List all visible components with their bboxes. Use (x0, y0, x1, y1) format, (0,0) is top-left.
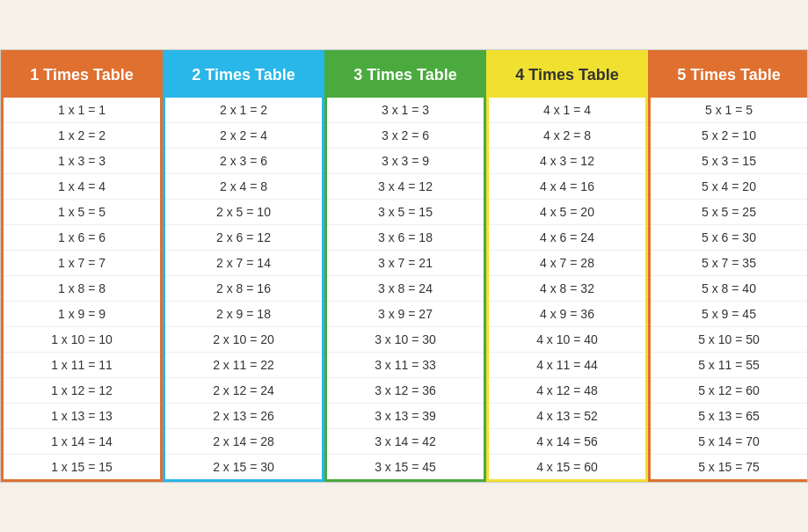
table-row: 5 x 1 = 5 (651, 98, 807, 123)
table-row: 5 x 5 = 25 (651, 200, 807, 225)
table-row: 4 x 4 = 16 (489, 174, 645, 200)
times-table-container: 1 Times Table1 x 1 = 11 x 2 = 21 x 3 = 3… (0, 49, 808, 483)
table-row: 3 x 7 = 21 (327, 251, 484, 276)
table-row: 3 x 14 = 42 (327, 429, 484, 455)
table-row: 3 x 6 = 18 (327, 225, 484, 251)
table-row: 2 x 5 = 10 (165, 200, 322, 225)
table-row: 3 x 5 = 15 (327, 200, 484, 225)
table-row: 3 x 13 = 39 (327, 404, 484, 429)
table-row: 4 x 2 = 8 (489, 123, 645, 149)
table-row: 3 x 4 = 12 (327, 174, 484, 200)
table-row: 5 x 10 = 50 (651, 327, 807, 353)
table-row: 2 x 8 = 16 (165, 276, 322, 302)
table-row: 4 x 12 = 48 (489, 378, 645, 404)
table-row: 5 x 14 = 70 (651, 429, 807, 455)
table-row: 3 x 9 = 27 (327, 302, 484, 327)
table-row: 1 x 4 = 4 (4, 174, 160, 200)
column-3-header: 3 Times Table (327, 53, 484, 98)
table-row: 5 x 2 = 10 (651, 123, 807, 149)
table-row: 1 x 14 = 14 (4, 429, 160, 455)
table-row: 1 x 15 = 15 (4, 455, 160, 479)
table-row: 5 x 12 = 60 (651, 378, 807, 404)
column-1: 1 Times Table1 x 1 = 11 x 2 = 21 x 3 = 3… (1, 50, 163, 482)
column-4-header: 4 Times Table (489, 53, 645, 98)
table-row: 5 x 6 = 30 (651, 225, 807, 251)
table-row: 2 x 3 = 6 (165, 149, 322, 174)
column-5-body: 5 x 1 = 55 x 2 = 105 x 3 = 155 x 4 = 205… (651, 98, 807, 479)
column-5: 5 Times Table5 x 1 = 55 x 2 = 105 x 3 = … (648, 50, 807, 482)
table-row: 4 x 3 = 12 (489, 149, 645, 174)
table-row: 5 x 4 = 20 (651, 174, 807, 200)
table-row: 1 x 2 = 2 (4, 123, 160, 149)
table-row: 4 x 7 = 28 (489, 251, 645, 276)
table-row: 2 x 10 = 20 (165, 327, 322, 353)
table-row: 2 x 2 = 4 (165, 123, 322, 149)
table-row: 5 x 8 = 40 (651, 276, 807, 302)
table-row: 2 x 12 = 24 (165, 378, 322, 404)
table-row: 1 x 3 = 3 (4, 149, 160, 174)
table-row: 1 x 11 = 11 (4, 353, 160, 378)
table-row: 1 x 9 = 9 (4, 302, 160, 327)
table-row: 3 x 8 = 24 (327, 276, 484, 302)
table-row: 4 x 11 = 44 (489, 353, 645, 378)
table-row: 2 x 6 = 12 (165, 225, 322, 251)
table-row: 2 x 14 = 28 (165, 429, 322, 455)
table-row: 4 x 9 = 36 (489, 302, 645, 327)
table-row: 3 x 15 = 45 (327, 455, 484, 479)
table-row: 2 x 1 = 2 (165, 98, 322, 123)
table-row: 2 x 9 = 18 (165, 302, 322, 327)
table-row: 4 x 6 = 24 (489, 225, 645, 251)
table-row: 5 x 13 = 65 (651, 404, 807, 429)
table-row: 4 x 13 = 52 (489, 404, 645, 429)
table-row: 2 x 13 = 26 (165, 404, 322, 429)
table-row: 5 x 15 = 75 (651, 455, 807, 479)
column-4-body: 4 x 1 = 44 x 2 = 84 x 3 = 124 x 4 = 164 … (489, 98, 645, 479)
column-2-body: 2 x 1 = 22 x 2 = 42 x 3 = 62 x 4 = 82 x … (165, 98, 322, 479)
table-row: 1 x 1 = 1 (4, 98, 160, 123)
table-row: 5 x 9 = 45 (651, 302, 807, 327)
table-row: 3 x 12 = 36 (327, 378, 484, 404)
table-row: 4 x 8 = 32 (489, 276, 645, 302)
table-row: 1 x 5 = 5 (4, 200, 160, 225)
table-row: 2 x 15 = 30 (165, 455, 322, 479)
column-3: 3 Times Table3 x 1 = 33 x 2 = 63 x 3 = 9… (324, 50, 486, 482)
table-row: 1 x 10 = 10 (4, 327, 160, 353)
table-row: 3 x 11 = 33 (327, 353, 484, 378)
table-row: 1 x 8 = 8 (4, 276, 160, 302)
table-row: 5 x 11 = 55 (651, 353, 807, 378)
table-row: 1 x 12 = 12 (4, 378, 160, 404)
table-row: 4 x 10 = 40 (489, 327, 645, 353)
column-4: 4 Times Table4 x 1 = 44 x 2 = 84 x 3 = 1… (486, 50, 648, 482)
table-row: 5 x 3 = 15 (651, 149, 807, 174)
table-row: 5 x 7 = 35 (651, 251, 807, 276)
table-row: 3 x 10 = 30 (327, 327, 484, 353)
table-row: 2 x 4 = 8 (165, 174, 322, 200)
table-row: 4 x 15 = 60 (489, 455, 645, 479)
column-5-header: 5 Times Table (651, 53, 807, 98)
table-row: 3 x 2 = 6 (327, 123, 484, 149)
column-2-header: 2 Times Table (165, 53, 322, 98)
column-2: 2 Times Table2 x 1 = 22 x 2 = 42 x 3 = 6… (163, 50, 324, 482)
table-row: 4 x 5 = 20 (489, 200, 645, 225)
column-1-header: 1 Times Table (4, 53, 160, 98)
table-row: 1 x 13 = 13 (4, 404, 160, 429)
table-row: 2 x 11 = 22 (165, 353, 322, 378)
column-3-body: 3 x 1 = 33 x 2 = 63 x 3 = 93 x 4 = 123 x… (327, 98, 484, 479)
table-row: 1 x 6 = 6 (4, 225, 160, 251)
table-row: 4 x 14 = 56 (489, 429, 645, 455)
table-row: 2 x 7 = 14 (165, 251, 322, 276)
table-row: 3 x 1 = 3 (327, 98, 484, 123)
table-row: 3 x 3 = 9 (327, 149, 484, 174)
column-1-body: 1 x 1 = 11 x 2 = 21 x 3 = 31 x 4 = 41 x … (4, 98, 160, 479)
table-row: 4 x 1 = 4 (489, 98, 645, 123)
table-row: 1 x 7 = 7 (4, 251, 160, 276)
